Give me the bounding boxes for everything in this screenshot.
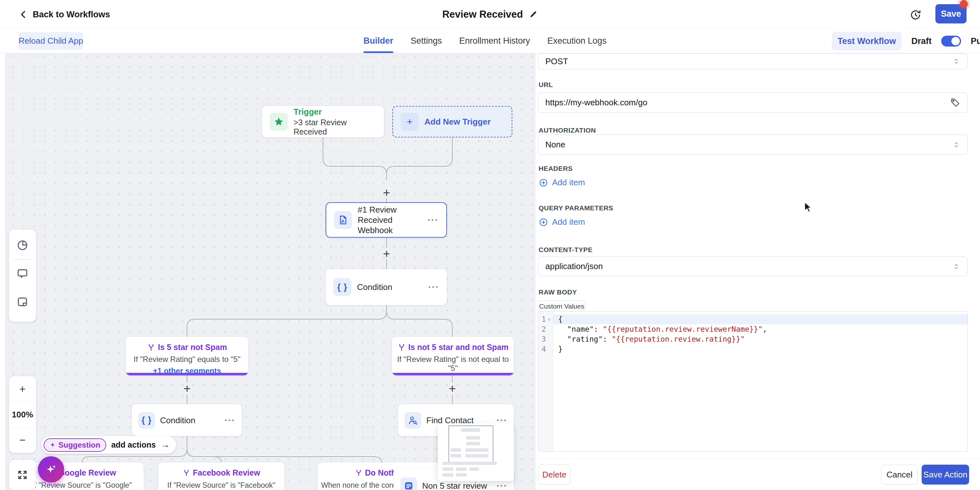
back-label: Back to Workflows xyxy=(33,10,110,19)
chevron-up-down-icon xyxy=(952,57,961,65)
edit-pencil-icon[interactable] xyxy=(529,10,538,19)
zoom-controls: + 100% − xyxy=(9,376,36,453)
skeleton-bar xyxy=(451,454,461,458)
fold-chevron-icon[interactable]: ∨ xyxy=(548,314,550,324)
raw-body-label: RAW BODY xyxy=(539,288,577,296)
skeleton-bar xyxy=(442,462,497,465)
draft-label: Draft xyxy=(912,36,932,46)
chevron-left-icon xyxy=(19,10,28,19)
suggestion-badge[interactable]: Suggestion xyxy=(44,438,106,452)
reload-child-app-button[interactable]: Reload Child App xyxy=(19,32,83,50)
history-icon[interactable] xyxy=(909,8,922,21)
webhook-document-icon xyxy=(334,211,352,229)
add-step-button[interactable]: + xyxy=(380,186,393,199)
branch-accent-bar xyxy=(126,373,248,375)
branch-condition-text: If "Review Source" is "Facebook" xyxy=(158,481,285,490)
add-step-button[interactable]: + xyxy=(181,382,193,395)
line-number: 1 xyxy=(541,314,546,324)
node-menu-icon[interactable]: ··· xyxy=(428,215,439,225)
skeleton-bar xyxy=(456,473,467,477)
ai-suggestion-bar: Suggestion add actions → xyxy=(41,436,176,454)
zoom-level[interactable]: 100% xyxy=(9,402,36,428)
add-step-button[interactable]: + xyxy=(380,247,393,260)
node-menu-icon[interactable]: ··· xyxy=(428,282,439,292)
branch-title: Is 5 star not Spam xyxy=(158,343,227,352)
line-number: 2 xyxy=(541,324,546,334)
stats-pie-icon[interactable] xyxy=(16,239,29,251)
branch-node-is-not-5-star[interactable]: Is not 5 star and not Spam If "Review Ra… xyxy=(392,337,514,375)
raw-body-code-editor[interactable]: 1 2 3 4 ∨ { "name": "{{reputation.review… xyxy=(538,311,968,452)
cancel-button[interactable]: Cancel xyxy=(881,464,918,485)
workflow-builder-app: Back to Workflows Review Received Save R… xyxy=(0,0,980,490)
tab-execution-logs[interactable]: Execution Logs xyxy=(547,29,607,53)
fit-view-button[interactable] xyxy=(9,460,36,490)
action-settings-panel: POST URL AUTHORIZATION None HEADERS Add … xyxy=(535,53,980,490)
node-title: Condition xyxy=(357,282,392,292)
save-action-button[interactable]: Save Action xyxy=(922,464,969,485)
tab-settings[interactable]: Settings xyxy=(410,29,442,53)
branch-title: Is not 5 star and not Spam xyxy=(408,343,509,352)
skeleton-bar xyxy=(466,442,480,445)
code-line: { xyxy=(558,314,964,324)
authorization-label: AUTHORIZATION xyxy=(539,126,596,134)
test-workflow-button[interactable]: Test Workflow xyxy=(832,32,902,50)
branch-fork-icon xyxy=(183,469,190,477)
node-title: #1 Review Received Webhook xyxy=(358,204,422,235)
content-type-select[interactable]: application/json xyxy=(538,257,968,276)
panel-footer: Delete Cancel Save Action xyxy=(535,458,980,490)
headers-label: HEADERS xyxy=(539,165,573,172)
back-to-workflows-button[interactable]: Back to Workflows xyxy=(19,7,110,22)
custom-values-tab[interactable]: Custom Values xyxy=(538,300,585,311)
page-title: Review Received xyxy=(442,9,523,20)
notes-icon[interactable] xyxy=(16,296,29,308)
toggle-knob xyxy=(951,37,960,45)
branch-condition-text: If "Review Source" is "Google" xyxy=(21,481,144,490)
plus-icon: + xyxy=(401,113,418,131)
url-label: URL xyxy=(539,81,553,89)
add-actions-link[interactable]: add actions xyxy=(111,440,156,450)
method-select[interactable]: POST xyxy=(538,53,968,69)
unsaved-changes-badge xyxy=(960,0,968,8)
node-title: Non 5 star review xyxy=(422,481,487,490)
tab-builder[interactable]: Builder xyxy=(363,29,393,53)
node-menu-icon[interactable]: ··· xyxy=(224,415,235,425)
add-step-button[interactable]: + xyxy=(446,382,459,395)
branch-condition-text: If "Review Rating" is not equal to "5" xyxy=(392,355,514,373)
node-menu-icon[interactable]: ··· xyxy=(496,481,508,490)
skeleton-bar xyxy=(461,428,480,432)
skeleton-bar xyxy=(465,448,488,452)
zoom-out-button[interactable]: − xyxy=(9,428,36,453)
add-new-trigger-button[interactable]: + Add New Trigger xyxy=(392,106,512,137)
branch-accent-bar xyxy=(392,373,514,375)
authorization-select[interactable]: None xyxy=(538,134,968,155)
trigger-subtitle: >3 star Review Received xyxy=(294,118,376,136)
branch-title: Google Review xyxy=(58,468,116,477)
delete-button[interactable]: Delete xyxy=(538,464,571,485)
comments-icon[interactable] xyxy=(16,268,29,280)
sparkle-icon xyxy=(45,463,57,476)
editor-gutter: 1 2 3 4 ∨ xyxy=(538,311,553,452)
trigger-star-icon xyxy=(270,113,288,131)
webhook-action-node[interactable]: #1 Review Received Webhook ··· xyxy=(326,202,447,238)
branch-node-facebook-review[interactable]: Facebook Review If "Review Source" is "F… xyxy=(158,462,285,490)
tag-icon[interactable] xyxy=(950,97,960,108)
chevron-up-down-icon xyxy=(952,140,961,149)
zoom-in-button[interactable]: + xyxy=(9,376,36,402)
branch-node-is-5-star[interactable]: Is 5 star not Spam If "Review Rating" eq… xyxy=(126,337,248,375)
arrow-right-icon: → xyxy=(161,440,170,450)
publish-label: Publish xyxy=(971,36,980,46)
add-header-button[interactable]: Add item xyxy=(539,177,585,188)
condition-node[interactable]: { } Condition ··· xyxy=(132,404,242,436)
workflow-canvas[interactable]: Trigger >3 star Review Received + Add Ne… xyxy=(0,53,535,490)
circled-plus-icon xyxy=(539,217,548,227)
publish-toggle[interactable] xyxy=(941,36,961,46)
tab-enrollment-history[interactable]: Enrollment History xyxy=(459,29,530,53)
braces-icon: { } xyxy=(333,278,351,296)
branch-fork-icon xyxy=(147,343,155,352)
add-query-param-button[interactable]: Add item xyxy=(539,217,585,227)
condition-node[interactable]: { } Condition ··· xyxy=(326,269,447,305)
trigger-node[interactable]: Trigger >3 star Review Received xyxy=(262,106,384,137)
url-input[interactable] xyxy=(538,93,968,113)
ai-assistant-fab[interactable] xyxy=(38,456,64,483)
app-header: Back to Workflows Review Received Save xyxy=(0,0,980,29)
